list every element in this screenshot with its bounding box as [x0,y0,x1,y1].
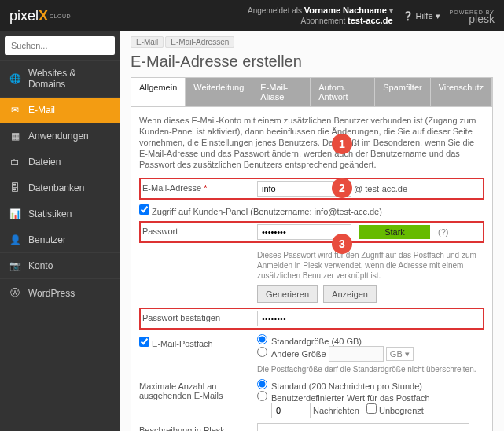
tab-0[interactable]: Allgemein [131,78,186,106]
step-marker-1: 1 [332,134,352,154]
sidebar-item-4[interactable]: 🗄Datenbanken [0,175,120,201]
tabs: AllgemeinWeiterleitungE-Mail-AliaseAutom… [131,77,493,106]
panel-access-chk[interactable] [139,204,149,215]
size-unit[interactable]: GB ▾ [386,347,414,361]
sidebar-item-5[interactable]: 📊Statistiken [0,201,120,227]
password-confirm-field[interactable] [257,311,351,326]
account-info[interactable]: Angemeldet als Vorname Nachname ▾ Abonne… [248,6,392,26]
search-box: 🔍 [5,36,115,55]
page-title: E-Mail-Adresse erstellen [131,53,493,71]
sidebar-item-1[interactable]: ✉E-Mail [0,97,120,123]
generate-button[interactable]: Generieren [257,285,318,303]
sidebar-item-8[interactable]: ⓦWordPress [0,278,120,307]
tab-2[interactable]: E-Mail-Aliase [252,78,311,106]
step-marker-3: 3 [332,234,352,254]
help-icon[interactable]: (?) [438,227,448,237]
strength-badge: Stark [359,225,430,239]
description-textarea[interactable] [257,423,469,431]
tab-3[interactable]: Autom. Antwort [311,78,375,106]
password-row: Passwort Stark (?) [139,221,484,243]
size-std-radio[interactable] [257,334,267,344]
out-custom-radio[interactable] [257,391,267,401]
sidebar-item-7[interactable]: 📷Konto [0,252,120,278]
intro-text: Wenn dieses E-Mail-Konto mit einem zusät… [139,115,484,170]
size-input[interactable] [329,346,384,362]
tab-5[interactable]: Virenschutz [431,78,492,106]
show-button[interactable]: Anzeigen [323,285,377,303]
breadcrumb: E-MailE-Mail-Adressen [131,38,493,46]
help-link[interactable]: ❔Hilfe ▾ [403,11,440,21]
size-other-radio[interactable] [257,347,267,357]
tab-4[interactable]: Spamfilter [375,78,431,106]
sidebar-item-2[interactable]: ▦Anwendungen [0,123,120,149]
sidebar-item-6[interactable]: 👤Benutzer [0,227,120,252]
mailbox-chk[interactable] [139,337,149,347]
sidebar-item-3[interactable]: 🗀Dateien [0,149,120,175]
out-std-radio[interactable] [257,379,267,389]
tab-1[interactable]: Weiterleitung [186,78,252,106]
step-marker-2: 2 [332,178,352,198]
email-row: E-Mail-Adresse * @ test-acc.de [139,178,484,200]
unlimited-chk[interactable] [366,403,377,414]
password-confirm-row: Passwort bestätigen [139,308,484,330]
search-input[interactable] [5,36,126,55]
out-count-input[interactable] [271,403,311,418]
logo: pixelXCLOUD [9,8,71,24]
plesk-brand: POWERED BYplesk [450,9,495,22]
sidebar-item-0[interactable]: 🌐Websites & Domains [0,60,120,97]
